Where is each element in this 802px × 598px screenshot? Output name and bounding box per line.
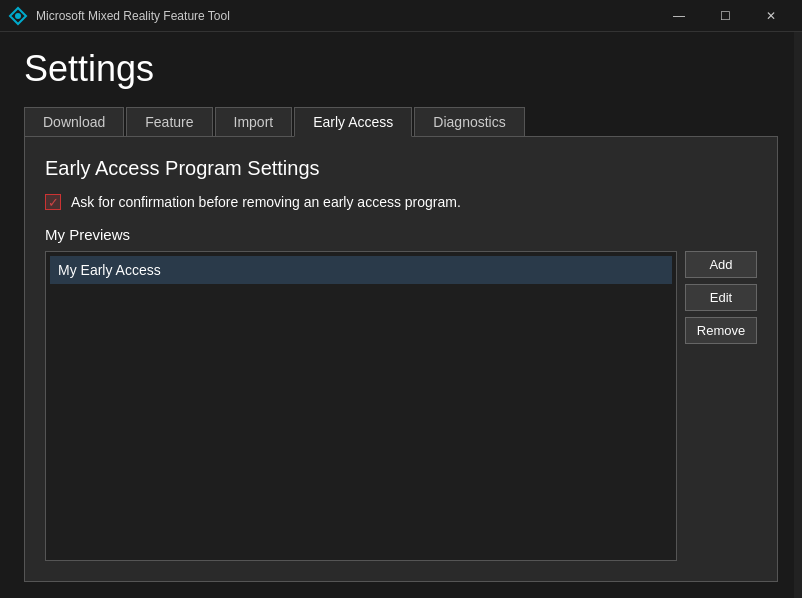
- close-button[interactable]: ✕: [748, 0, 794, 32]
- checkmark-icon: ✓: [48, 196, 59, 209]
- confirmation-checkbox-label: Ask for confirmation before removing an …: [71, 194, 461, 210]
- settings-tabs: Download Feature Import Early Access Dia…: [24, 106, 778, 136]
- minimize-button[interactable]: —: [656, 0, 702, 32]
- page-title: Settings: [24, 48, 778, 90]
- previews-list[interactable]: My Early Access: [45, 251, 677, 561]
- section-title: Early Access Program Settings: [45, 157, 757, 180]
- tab-early-access[interactable]: Early Access: [294, 107, 412, 137]
- list-item[interactable]: My Early Access: [50, 256, 672, 284]
- add-button[interactable]: Add: [685, 251, 757, 278]
- list-action-buttons: Add Edit Remove: [685, 251, 757, 561]
- content-panel: Early Access Program Settings ✓ Ask for …: [24, 136, 778, 582]
- scrollbar[interactable]: [794, 32, 802, 598]
- remove-button[interactable]: Remove: [685, 317, 757, 344]
- subsection-title: My Previews: [45, 226, 757, 243]
- svg-point-1: [15, 13, 21, 19]
- tab-import[interactable]: Import: [215, 107, 293, 137]
- tab-feature[interactable]: Feature: [126, 107, 212, 137]
- app-icon: [8, 6, 28, 26]
- window-controls: — ☐ ✕: [656, 0, 794, 32]
- title-bar: Microsoft Mixed Reality Feature Tool — ☐…: [0, 0, 802, 32]
- confirmation-checkbox[interactable]: ✓: [45, 194, 61, 210]
- confirmation-checkbox-row: ✓ Ask for confirmation before removing a…: [45, 194, 757, 210]
- list-area: My Early Access Add Edit Remove: [45, 251, 757, 561]
- main-content: Settings Download Feature Import Early A…: [0, 32, 802, 598]
- maximize-button[interactable]: ☐: [702, 0, 748, 32]
- title-bar-text: Microsoft Mixed Reality Feature Tool: [36, 9, 656, 23]
- tab-download[interactable]: Download: [24, 107, 124, 137]
- edit-button[interactable]: Edit: [685, 284, 757, 311]
- tab-diagnostics[interactable]: Diagnostics: [414, 107, 524, 137]
